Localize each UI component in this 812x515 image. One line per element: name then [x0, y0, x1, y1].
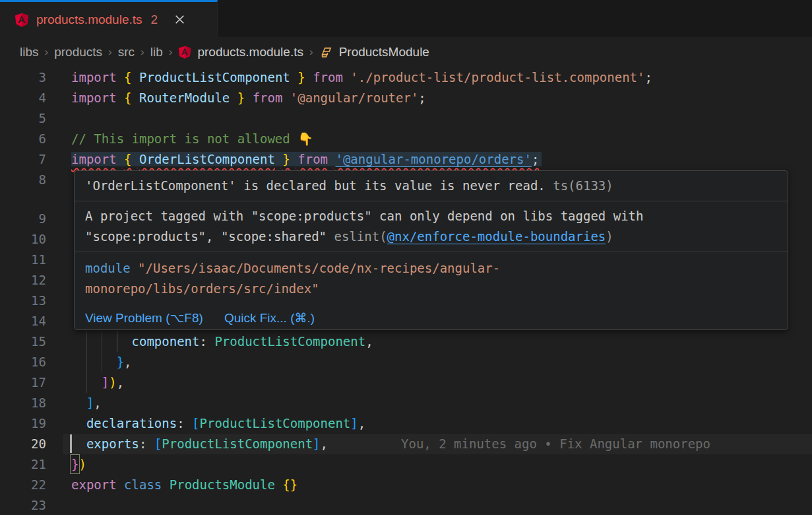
code-token [132, 152, 139, 166]
line-number: 14 [0, 311, 46, 331]
code-token [71, 395, 86, 410]
code-token: ProductListComponent [214, 334, 365, 349]
code-token [343, 70, 350, 85]
hover-section-ts-diagnostic: 'OrderListComponent' is declared but its… [75, 171, 788, 201]
code-token: { [124, 70, 131, 85]
line-number: 12 [0, 270, 46, 291]
close-icon[interactable] [174, 14, 185, 25]
code-token: ; [644, 70, 652, 85]
hover-text: monorepo/libs/orders/src/index" [85, 281, 319, 296]
code-token: , [321, 436, 328, 451]
line-number: 21 [0, 454, 46, 475]
code-token: } [237, 90, 245, 105]
code-line[interactable]: ], [63, 393, 812, 413]
hover-actions: View Problem (⌥F8) Quick Fix... (⌘.) [75, 304, 788, 330]
line-number: 15 [0, 331, 46, 352]
line-number: 3 [0, 67, 46, 88]
indent-guide [102, 331, 102, 352]
code-token [245, 90, 252, 105]
code-token: {} [282, 477, 297, 492]
code-line[interactable]: }, [63, 352, 812, 372]
code-token: class [124, 477, 162, 492]
indent-guide [86, 352, 87, 372]
tab-products-module[interactable]: products.module.ts 2 [0, 0, 218, 37]
code-token [305, 70, 313, 85]
line-number: 19 [0, 413, 46, 434]
hover-row: A project tagged with "scope:products" c… [85, 206, 788, 226]
angular-icon [15, 13, 29, 27]
line-number: 6 [0, 129, 46, 149]
code-line[interactable]: component: ProductListComponent, [63, 331, 812, 352]
code-token: OrderListComponent [139, 152, 275, 166]
hover-row: "scope:products", "scope:shared" eslint(… [85, 226, 788, 247]
code-line[interactable]: export class ProductsModule {} [63, 475, 812, 495]
indent-guide [102, 352, 102, 372]
code-line[interactable]: declarations: [ProductListComponent], [63, 413, 812, 434]
code-token [117, 477, 124, 492]
code-token: { [124, 90, 131, 105]
code-token: ProductListComponent [162, 436, 313, 451]
code-line[interactable]: import { OrderListComponent } from '@ang… [63, 149, 812, 170]
hover-text: "scope:products", "scope:shared" [85, 229, 334, 244]
code-token: from [313, 70, 343, 85]
code-token: } [117, 355, 124, 369]
code-line[interactable]: }) [63, 454, 812, 475]
code-line[interactable]: // This import is not allowed 👇 [63, 129, 812, 149]
code-token: { [124, 152, 131, 166]
code-token: ; [532, 152, 539, 166]
breadcrumb-item-products[interactable]: products [54, 45, 102, 59]
code-token: import [71, 152, 117, 166]
tab-problem-badge: 2 [151, 13, 158, 27]
tab-label: products.module.ts [36, 13, 142, 27]
code-line[interactable]: ]), [63, 372, 812, 393]
line-number: 5 [0, 108, 46, 129]
line-number: 22 [0, 475, 46, 495]
breadcrumb-symbol[interactable]: ProductsModule [339, 45, 429, 59]
code-token: from [297, 152, 328, 166]
code-token: '@angular/router' [290, 90, 418, 105]
code-token: export [71, 477, 117, 492]
quick-fix-button[interactable]: Quick Fix... (⌘.) [224, 310, 315, 326]
module-link[interactable]: '@angular-monorepo/orders' [335, 152, 531, 166]
view-problem-button[interactable]: View Problem (⌥F8) [85, 310, 203, 326]
code-token: , [358, 416, 365, 430]
breadcrumb-item-lib[interactable]: lib [150, 45, 163, 59]
line-number: 18 [0, 393, 46, 413]
code-token [132, 90, 139, 105]
code-token [275, 477, 282, 492]
code-token [71, 416, 86, 430]
line-number: 7 [0, 149, 46, 170]
code-token: exports [86, 436, 139, 451]
code-line[interactable] [63, 108, 812, 129]
code-token [282, 90, 290, 105]
breadcrumb-item-src[interactable]: src [118, 45, 135, 59]
breadcrumb-item-libs[interactable]: libs [20, 45, 39, 59]
breadcrumb: libs › products › src › lib › products.m… [0, 37, 812, 67]
line-number: 17 [0, 372, 46, 393]
code-token: import [71, 70, 117, 85]
hover-row: module "/Users/isaac/Documents/code/nx-r… [85, 258, 788, 279]
code-line[interactable] [63, 495, 812, 515]
code-token: './product-list/product-list.component' [350, 70, 644, 85]
code-token [290, 70, 297, 85]
line-number: 8 [0, 170, 46, 190]
code-token: ] [86, 395, 94, 410]
code-line[interactable]: import { RouterModule } from '@angular/r… [63, 88, 812, 108]
code-token [207, 334, 214, 349]
hover-text: eslint( [334, 229, 387, 244]
line-number: 10 [0, 229, 46, 250]
code-token: ; [418, 90, 425, 105]
breadcrumb-file[interactable]: products.module.ts [197, 45, 303, 59]
code-line[interactable]: import { ProductListComponent } from './… [63, 67, 812, 88]
code-token: [ [154, 436, 162, 451]
code-token [328, 152, 335, 166]
code-token: ) [109, 375, 116, 390]
chevron-right-icon: › [45, 46, 49, 59]
code-token [230, 90, 237, 105]
eslint-rule-link[interactable]: @nx/enforce-module-boundaries [387, 229, 606, 244]
hover-text: "/Users/isaac/Documents/code/nx-recipes/… [138, 261, 500, 275]
code-token: [ [192, 416, 199, 430]
code-token: } [282, 152, 290, 166]
code-token [117, 90, 124, 105]
hover-text: A project tagged with "scope:products" c… [85, 209, 643, 223]
